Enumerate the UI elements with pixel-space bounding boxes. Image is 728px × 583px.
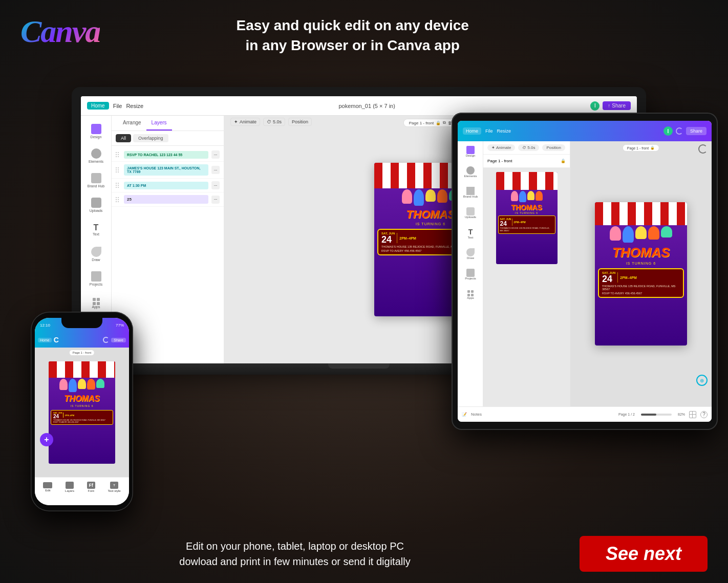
sidebar-item-draw[interactable]: Draw [85, 243, 108, 265]
sidebar-item-apps[interactable]: Apps [85, 292, 108, 314]
tablet-page-label: Page 1 - front [487, 159, 559, 163]
p-char-5 [96, 379, 104, 388]
footer-line1: Edit on your phone, tablet, laptop or de… [20, 538, 569, 554]
phone-add-button[interactable]: + [40, 433, 53, 446]
tablet-full-subtitle: IS TURNING 6 [595, 262, 687, 267]
tf-char-3 [635, 226, 647, 239]
header: Canva Easy and quick edit on any device … [0, 0, 728, 55]
phone-back-btn[interactable]: Home [38, 338, 52, 342]
phone-tool-edit[interactable]: Edit [43, 482, 52, 492]
tablet-design-preview: THOMAS IS TURNING 6 SAT, JUN 24 [595, 202, 687, 346]
tablet-sidebar: Design Elements Brand Hub [458, 141, 483, 406]
tablet-canva-editor: Home File Resize I Share [458, 121, 712, 422]
tagline: Easy and quick edit on any device in any… [100, 15, 605, 55]
tablet-position-label: Position [546, 145, 561, 150]
phone-tools-row: Edit Layers Ff Font T Text style [35, 478, 129, 496]
layer-item-1[interactable]: RSVP TO RACHEL 123 123 44 55 ··· [112, 148, 224, 162]
t-char-4 [536, 191, 543, 201]
t-char-3 [527, 191, 534, 200]
tablet-page-ctrl: Page 1 - front 🔒 [623, 144, 659, 152]
tablet-duration-btn[interactable]: ⏱ 5.0s [518, 144, 539, 151]
tablet-share-label: Share [690, 128, 702, 134]
tablet-animate-btn[interactable]: ✦ Animate [487, 144, 515, 151]
tablet-bottom-bar: 📝 Notes Page 1 / 2 82% [458, 406, 712, 422]
tf-char-1 [610, 226, 621, 241]
phone-tool-font[interactable]: Ff Font [87, 482, 95, 492]
char-1 [402, 189, 412, 204]
phone-design: THOMAS IS TURNING 6 SAT, JUN 24 2PM–4PM [49, 361, 115, 464]
tablet-panel-canvas: THOMAS IS TURNING 6 SAT, JUN 24 [483, 168, 570, 406]
tf-char-2 [623, 226, 634, 243]
tablet-sidebar-brandhub[interactable]: Brand Hub [458, 182, 483, 203]
phone: 12:10 77% Home C Share Page 1 - front [31, 312, 133, 511]
phone-day: 24 [53, 414, 62, 419]
phone-tool-font-label: Font [88, 489, 94, 492]
share-button[interactable]: ↑ Share [603, 101, 631, 110]
file-label[interactable]: File [113, 103, 122, 109]
tablet-file-label[interactable]: File [485, 128, 493, 134]
tablet-back-btn[interactable]: Home [463, 127, 481, 135]
position-label: Position [292, 119, 308, 124]
sidebar-item-text[interactable]: T Text [85, 218, 108, 241]
char-4 [437, 189, 447, 203]
see-next-button[interactable]: See next [580, 536, 708, 572]
layer-more-3[interactable]: ··· [211, 181, 220, 189]
sidebar-item-design[interactable]: Design [85, 120, 108, 142]
tablet-progress-fill [641, 414, 656, 416]
tablet-refresh-icon[interactable] [698, 144, 708, 154]
compass-icon[interactable]: ⊕ [696, 375, 708, 386]
tab-arrange[interactable]: Arrange [118, 116, 146, 131]
layer-more-2[interactable]: ··· [211, 166, 220, 174]
tablet-sidebar-projects[interactable]: Projects [458, 264, 483, 285]
animate-button[interactable]: ✦ Animate [230, 118, 260, 126]
layer-more-4[interactable]: ··· [211, 196, 220, 204]
layer-item-4[interactable]: 25 ··· [112, 192, 224, 207]
tablet-circus-stripe [496, 172, 558, 190]
tf-char-5 [661, 226, 672, 237]
tablet-sidebar-apps[interactable]: Apps [458, 285, 483, 305]
duration-button[interactable]: ⏱ 5.0s [263, 118, 285, 126]
layer-item-3[interactable]: AT 1:30 PM ··· [112, 179, 224, 192]
phone-tool-layers[interactable]: Layers [65, 482, 74, 492]
tablet-position-btn[interactable]: Position [542, 144, 565, 151]
phone-share-btn[interactable]: Share [111, 338, 126, 342]
tablet-separator [512, 219, 512, 226]
phone-notch [61, 318, 102, 328]
tablet-grid-icon[interactable] [689, 411, 696, 418]
tablet-zoom-level: 82% [678, 413, 685, 416]
sidebar-item-brandhub[interactable]: Brand Hub [85, 169, 108, 191]
layer-more-1[interactable]: ··· [211, 150, 220, 159]
tablet-sidebar-elements[interactable]: Elements [458, 162, 483, 182]
char-3 [425, 189, 436, 202]
tab-layers[interactable]: Layers [146, 116, 172, 131]
tablet-notes-label[interactable]: Notes [471, 412, 482, 417]
sidebar-item-projects[interactable]: Projects [85, 267, 108, 290]
tablet-resize-label[interactable]: Resize [497, 128, 511, 134]
subtab-overlapping[interactable]: Overlapping [133, 134, 168, 142]
sidebar-item-uploads[interactable]: Uploads [85, 193, 108, 216]
back-button[interactable]: Home [87, 102, 109, 110]
tablet-sidebar-uploads[interactable]: Uploads [458, 203, 483, 223]
phone-chart-icon [103, 337, 109, 343]
drag-handle-2 [116, 167, 121, 172]
canva-logo: Canva [20, 15, 100, 47]
phone-page-ctrl: Page 1 - front [69, 350, 95, 356]
tablet-full-event-box: SAT, JUN 24 2PM–4PM THOMAS'S HOUSE 135 R… [598, 268, 684, 298]
separator [397, 233, 397, 243]
resize-label[interactable]: Resize [126, 103, 143, 109]
tablet-help-icon[interactable]: ? [700, 411, 708, 418]
sidebar-item-elements[interactable]: Elements [85, 144, 108, 167]
phone-canva-logo: C [54, 336, 59, 344]
tablet-sidebar-draw[interactable]: Draw [458, 244, 483, 264]
phone-frame: 12:10 77% Home C Share Page 1 - front [31, 312, 133, 511]
phone-subtitle: IS TURNING 6 [49, 404, 115, 409]
tablet-share-button[interactable]: Share [686, 127, 706, 135]
topbar-right: I ↑ Share [590, 101, 631, 111]
position-button[interactable]: Position [288, 118, 312, 126]
phone-tool-textstyle[interactable]: T Text style [108, 482, 121, 492]
tablet-sidebar-text[interactable]: T Text [458, 223, 483, 244]
tagline-line1: Easy and quick edit on any device [120, 15, 585, 35]
subtab-all[interactable]: All [116, 134, 131, 142]
tablet-sidebar-design[interactable]: Design [458, 141, 483, 162]
layer-item-2[interactable]: JAMES'S HOUSE 123 MAIN ST., HOUSTON, TX … [112, 162, 224, 179]
